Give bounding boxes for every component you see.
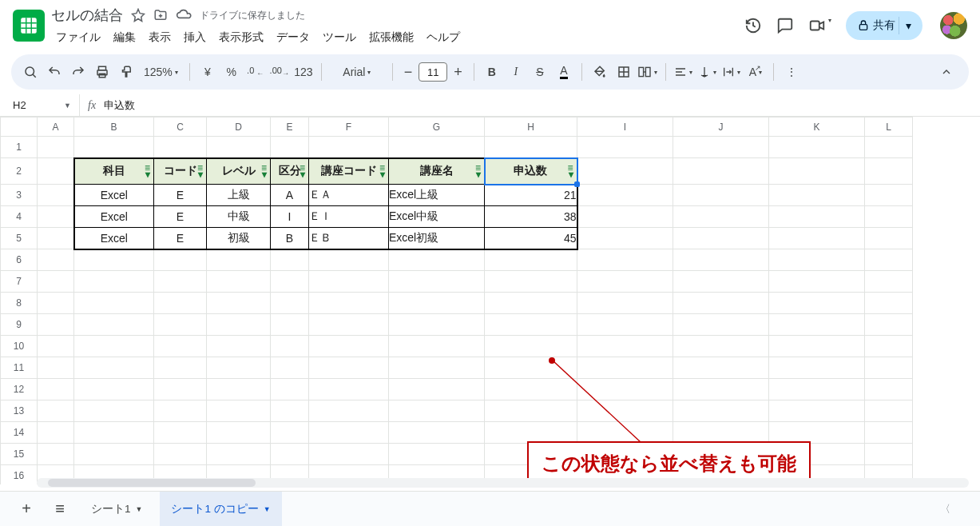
cell-F3[interactable]: ＥＡ (309, 185, 389, 206)
scrollbar-thumb[interactable] (48, 479, 256, 487)
merge-cells-button[interactable] (637, 61, 659, 83)
row-header-15[interactable]: 15 (1, 444, 38, 465)
cell-G5[interactable]: Excel初級 (389, 228, 485, 249)
cell-H5[interactable]: 45 (485, 228, 577, 249)
all-sheets-button[interactable]: ≡ (46, 496, 73, 523)
cell-G4[interactable]: Excel中級 (389, 206, 485, 228)
row-header-1[interactable]: 1 (1, 137, 38, 158)
menu-file[interactable]: ファイル (51, 27, 105, 48)
cell-D3[interactable]: 上級 (207, 185, 271, 206)
row-header-7[interactable]: 7 (1, 271, 38, 293)
sheets-logo[interactable] (13, 10, 45, 42)
col-header-G[interactable]: G (389, 118, 485, 137)
col-header-C[interactable]: C (154, 118, 207, 137)
text-color-button[interactable]: A (553, 61, 575, 83)
cell-E3[interactable]: A (271, 185, 309, 206)
cell-C5[interactable]: E (154, 228, 207, 249)
menu-extensions[interactable]: 拡張機能 (364, 27, 419, 48)
font-size-decrease-button[interactable]: − (399, 64, 418, 81)
format-percent-button[interactable]: % (220, 61, 243, 83)
cell-B3[interactable]: Excel (74, 185, 154, 206)
row-header-4[interactable]: 4 (1, 206, 38, 228)
sheet-nav-left-icon[interactable]: 〈 (940, 502, 950, 516)
col-header-J[interactable]: J (673, 118, 769, 137)
col-header-B[interactable]: B (74, 118, 154, 137)
col-header-H[interactable]: H (485, 118, 577, 137)
cell-G2[interactable]: 講座名≡▾ (389, 158, 485, 185)
col-header-F[interactable]: F (309, 118, 389, 137)
more-toolbar-icon[interactable]: ⋮ (780, 61, 803, 83)
document-title[interactable]: セルの結合 (51, 6, 123, 25)
menu-help[interactable]: ヘルプ (422, 27, 465, 48)
cell-E4[interactable]: I (271, 206, 309, 228)
cell-D5[interactable]: 初級 (207, 228, 271, 249)
italic-button[interactable]: I (505, 61, 527, 83)
row-header-2[interactable]: 2 (1, 158, 38, 185)
vertical-align-button[interactable] (696, 61, 719, 83)
cell-D2[interactable]: レベル≡▾ (207, 158, 271, 185)
fill-color-button[interactable] (589, 61, 611, 83)
redo-icon[interactable] (67, 61, 89, 83)
paint-format-icon[interactable] (115, 61, 137, 83)
horizontal-align-button[interactable] (673, 61, 695, 83)
cell-B4[interactable]: Excel (74, 206, 154, 228)
row-header-12[interactable]: 12 (1, 379, 38, 400)
filter-icon[interactable]: ≡▾ (261, 165, 267, 177)
collapse-toolbar-icon[interactable] (935, 61, 958, 83)
col-header-K[interactable]: K (769, 118, 865, 137)
increase-decimals-button[interactable]: .00→ (268, 61, 291, 83)
format-currency-button[interactable]: ¥ (196, 61, 219, 83)
filter-icon[interactable]: ≡▾ (300, 165, 305, 177)
menu-insert[interactable]: 挿入 (179, 27, 211, 48)
menu-edit[interactable]: 編集 (109, 27, 141, 48)
print-icon[interactable] (91, 61, 113, 83)
more-formats-button[interactable]: 123 (292, 61, 315, 83)
decrease-decimals-button[interactable]: .0 ← (244, 61, 267, 83)
select-all-corner[interactable] (1, 118, 38, 137)
row-header-8[interactable]: 8 (1, 293, 38, 314)
text-wrap-button[interactable] (720, 61, 743, 83)
row-header-3[interactable]: 3 (1, 185, 38, 206)
sheet-tab-2[interactable]: シート1 のコピー▼ (160, 492, 281, 527)
cell-C4[interactable]: E (154, 206, 207, 228)
spreadsheet-grid[interactable]: A B C D E F G H I J K L 1 2 科目≡▾ コード≡▾ レ… (0, 117, 913, 484)
filter-icon[interactable]: ≡▾ (145, 165, 150, 177)
row-header-16[interactable]: 16 (1, 465, 38, 485)
add-sheet-button[interactable]: + (13, 496, 40, 523)
font-size-increase-button[interactable]: + (449, 64, 467, 81)
filter-icon[interactable]: ≡▾ (197, 165, 203, 177)
cell-C3[interactable]: E (154, 185, 207, 206)
borders-button[interactable] (613, 61, 635, 83)
cell-E5[interactable]: B (271, 228, 309, 249)
horizontal-scrollbar[interactable] (37, 478, 969, 488)
col-header-E[interactable]: E (271, 118, 309, 137)
col-header-L[interactable]: L (865, 118, 913, 137)
filter-icon[interactable]: ≡▾ (379, 165, 385, 177)
font-family-dropdown[interactable]: Arial (328, 61, 386, 83)
row-header-9[interactable]: 9 (1, 314, 38, 336)
row-header-14[interactable]: 14 (1, 422, 38, 444)
account-avatar[interactable] (940, 12, 967, 39)
filter-icon[interactable]: ≡▾ (567, 165, 573, 177)
cell-H2[interactable]: 申込数≡▾ (485, 158, 577, 185)
share-dropdown-icon[interactable]: ▾ (899, 17, 918, 34)
menu-format[interactable]: 表示形式 (214, 27, 268, 48)
cell-H3[interactable]: 21 (485, 185, 577, 206)
cell-G3[interactable]: Excel上級 (389, 185, 485, 206)
bold-button[interactable]: B (481, 61, 503, 83)
meet-icon[interactable] (808, 17, 831, 34)
cell-C2[interactable]: コード≡▾ (154, 158, 207, 185)
col-header-I[interactable]: I (577, 118, 673, 137)
sheet-tab-1[interactable]: シート1▼ (80, 492, 153, 527)
cell-F2[interactable]: 講座コード≡▾ (309, 158, 389, 185)
col-header-A[interactable]: A (38, 118, 74, 137)
share-button[interactable]: 共有 ▾ (846, 11, 922, 40)
strikethrough-button[interactable]: S (529, 61, 551, 83)
undo-icon[interactable] (43, 61, 65, 83)
cell-D4[interactable]: 中級 (207, 206, 271, 228)
zoom-dropdown[interactable]: 125% (139, 61, 183, 83)
font-size-input[interactable]: 11 (419, 62, 447, 82)
cell-F5[interactable]: ＥＢ (309, 228, 389, 249)
text-rotation-button[interactable]: A↗ (744, 61, 767, 83)
cell-F4[interactable]: ＥＩ (309, 206, 389, 228)
